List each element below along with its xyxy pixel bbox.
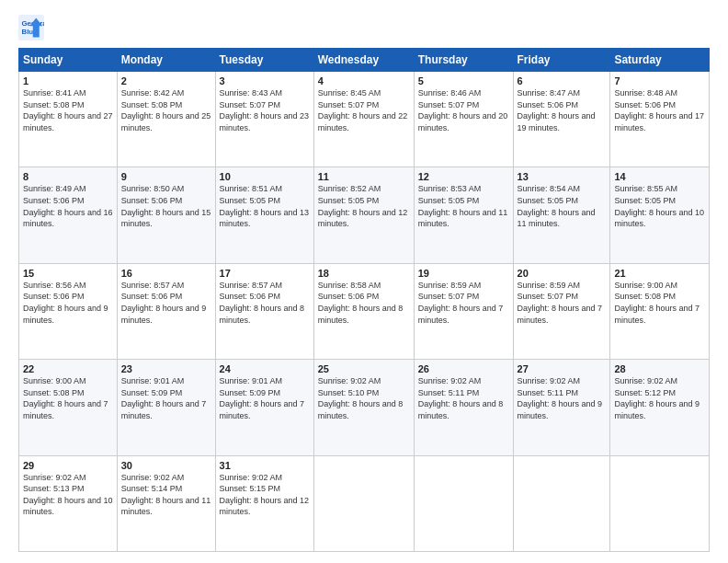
day-info: Sunrise: 9:00 AMSunset: 5:08 PMDaylight:… [614,280,705,326]
col-header-thursday: Thursday [414,49,513,72]
day-info: Sunrise: 8:52 AMSunset: 5:05 PMDaylight:… [318,183,410,229]
calendar-cell [513,455,610,551]
day-info: Sunrise: 8:55 AMSunset: 5:05 PMDaylight:… [614,183,705,229]
day-info: Sunrise: 8:46 AMSunset: 5:07 PMDaylight:… [418,87,509,133]
calendar-cell: 9Sunrise: 8:50 AMSunset: 5:06 PMDaylight… [117,167,215,263]
day-info: Sunrise: 9:01 AMSunset: 5:09 PMDaylight:… [121,375,211,421]
logo: General Blue [18,15,48,40]
day-number: 9 [121,171,211,182]
calendar-cell: 22Sunrise: 9:00 AMSunset: 5:08 PMDayligh… [19,360,118,455]
calendar-cell: 30Sunrise: 9:02 AMSunset: 5:14 PMDayligh… [117,455,215,551]
calendar-cell: 5Sunrise: 8:46 AMSunset: 5:07 PMDaylight… [414,72,513,167]
day-number: 2 [121,75,211,86]
day-info: Sunrise: 8:41 AMSunset: 5:08 PMDaylight:… [23,87,113,133]
day-number: 28 [614,363,705,374]
calendar-cell: 16Sunrise: 8:57 AMSunset: 5:06 PMDayligh… [117,263,215,359]
day-info: Sunrise: 8:48 AMSunset: 5:06 PMDaylight:… [614,87,705,133]
day-number: 29 [23,460,113,471]
day-number: 6 [518,75,607,86]
calendar-cell: 29Sunrise: 9:02 AMSunset: 5:13 PMDayligh… [19,455,118,551]
calendar-table: SundayMondayTuesdayWednesdayThursdayFrid… [18,48,710,552]
calendar-cell: 14Sunrise: 8:55 AMSunset: 5:05 PMDayligh… [610,167,710,263]
day-number: 30 [121,460,211,471]
day-number: 4 [318,75,410,86]
day-number: 27 [518,363,607,374]
calendar-cell: 10Sunrise: 8:51 AMSunset: 5:05 PMDayligh… [215,167,313,263]
calendar-cell [610,455,710,551]
day-number: 3 [220,75,310,86]
calendar-cell: 15Sunrise: 8:56 AMSunset: 5:06 PMDayligh… [19,263,118,359]
logo-icon: General Blue [18,15,44,40]
calendar-cell [313,455,414,551]
day-info: Sunrise: 8:54 AMSunset: 5:05 PMDaylight:… [518,183,607,229]
day-info: Sunrise: 8:59 AMSunset: 5:07 PMDaylight:… [418,280,509,326]
calendar-cell: 21Sunrise: 9:00 AMSunset: 5:08 PMDayligh… [610,263,710,359]
day-number: 16 [121,268,211,279]
calendar-cell: 12Sunrise: 8:53 AMSunset: 5:05 PMDayligh… [414,167,513,263]
col-header-monday: Monday [117,49,215,72]
calendar-cell: 17Sunrise: 8:57 AMSunset: 5:06 PMDayligh… [215,263,313,359]
calendar-cell: 8Sunrise: 8:49 AMSunset: 5:06 PMDaylight… [19,167,118,263]
header: General Blue [18,15,710,40]
day-number: 14 [614,171,705,182]
calendar-cell: 7Sunrise: 8:48 AMSunset: 5:06 PMDaylight… [610,72,710,167]
day-info: Sunrise: 9:02 AMSunset: 5:13 PMDaylight:… [23,472,113,518]
calendar-cell: 11Sunrise: 8:52 AMSunset: 5:05 PMDayligh… [313,167,414,263]
page: General Blue SundayMondayTuesdayWednesda… [0,0,728,563]
calendar-cell: 24Sunrise: 9:01 AMSunset: 5:09 PMDayligh… [215,360,313,455]
day-info: Sunrise: 8:51 AMSunset: 5:05 PMDaylight:… [220,183,310,229]
day-info: Sunrise: 9:02 AMSunset: 5:11 PMDaylight:… [518,375,607,421]
col-header-tuesday: Tuesday [215,49,313,72]
day-number: 21 [614,268,705,279]
day-number: 12 [418,171,509,182]
day-number: 17 [220,268,310,279]
day-number: 22 [23,363,113,374]
day-number: 10 [220,171,310,182]
day-info: Sunrise: 8:57 AMSunset: 5:06 PMDaylight:… [220,280,310,326]
calendar-cell: 1Sunrise: 8:41 AMSunset: 5:08 PMDaylight… [19,72,118,167]
calendar-cell [414,455,513,551]
day-number: 19 [418,268,509,279]
day-info: Sunrise: 8:59 AMSunset: 5:07 PMDaylight:… [518,280,607,326]
day-info: Sunrise: 8:50 AMSunset: 5:06 PMDaylight:… [121,183,211,229]
col-header-wednesday: Wednesday [313,49,414,72]
day-info: Sunrise: 9:02 AMSunset: 5:14 PMDaylight:… [121,472,211,518]
day-info: Sunrise: 8:49 AMSunset: 5:06 PMDaylight:… [23,183,113,229]
calendar-cell: 20Sunrise: 8:59 AMSunset: 5:07 PMDayligh… [513,263,610,359]
day-number: 5 [418,75,509,86]
day-info: Sunrise: 8:45 AMSunset: 5:07 PMDaylight:… [318,87,410,133]
day-number: 26 [418,363,509,374]
calendar-cell: 4Sunrise: 8:45 AMSunset: 5:07 PMDaylight… [313,72,414,167]
calendar-cell: 27Sunrise: 9:02 AMSunset: 5:11 PMDayligh… [513,360,610,455]
col-header-friday: Friday [513,49,610,72]
calendar-cell: 13Sunrise: 8:54 AMSunset: 5:05 PMDayligh… [513,167,610,263]
day-number: 1 [23,75,113,86]
day-number: 7 [614,75,705,86]
calendar-cell: 31Sunrise: 9:02 AMSunset: 5:15 PMDayligh… [215,455,313,551]
day-number: 15 [23,268,113,279]
calendar-cell: 2Sunrise: 8:42 AMSunset: 5:08 PMDaylight… [117,72,215,167]
day-info: Sunrise: 9:02 AMSunset: 5:12 PMDaylight:… [614,375,705,421]
day-info: Sunrise: 8:43 AMSunset: 5:07 PMDaylight:… [220,87,310,133]
day-number: 25 [318,363,410,374]
day-number: 31 [220,460,310,471]
day-info: Sunrise: 9:01 AMSunset: 5:09 PMDaylight:… [220,375,310,421]
day-info: Sunrise: 8:53 AMSunset: 5:05 PMDaylight:… [418,183,509,229]
day-number: 18 [318,268,410,279]
day-info: Sunrise: 8:47 AMSunset: 5:06 PMDaylight:… [518,87,607,133]
day-info: Sunrise: 9:00 AMSunset: 5:08 PMDaylight:… [23,375,113,421]
day-info: Sunrise: 9:02 AMSunset: 5:15 PMDaylight:… [220,472,310,518]
calendar-cell: 18Sunrise: 8:58 AMSunset: 5:06 PMDayligh… [313,263,414,359]
day-number: 11 [318,171,410,182]
day-info: Sunrise: 8:42 AMSunset: 5:08 PMDaylight:… [121,87,211,133]
day-number: 20 [518,268,607,279]
day-info: Sunrise: 8:57 AMSunset: 5:06 PMDaylight:… [121,280,211,326]
calendar-cell: 19Sunrise: 8:59 AMSunset: 5:07 PMDayligh… [414,263,513,359]
calendar-cell: 28Sunrise: 9:02 AMSunset: 5:12 PMDayligh… [610,360,710,455]
day-info: Sunrise: 9:02 AMSunset: 5:10 PMDaylight:… [318,375,410,421]
day-number: 24 [220,363,310,374]
calendar-cell: 25Sunrise: 9:02 AMSunset: 5:10 PMDayligh… [313,360,414,455]
col-header-saturday: Saturday [610,49,710,72]
calendar-cell: 3Sunrise: 8:43 AMSunset: 5:07 PMDaylight… [215,72,313,167]
calendar-cell: 23Sunrise: 9:01 AMSunset: 5:09 PMDayligh… [117,360,215,455]
